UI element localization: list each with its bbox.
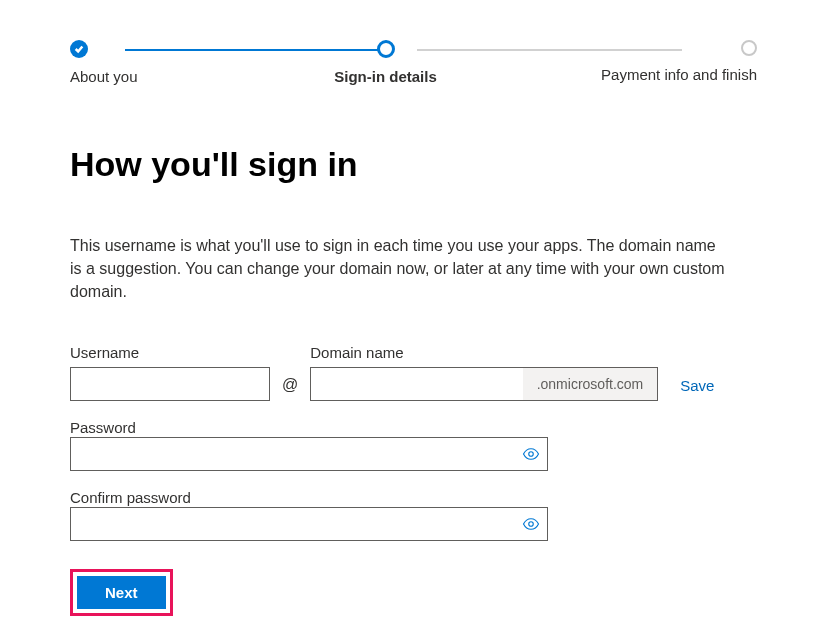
- confirm-password-label: Confirm password: [70, 489, 191, 506]
- step-about-you: About you: [70, 40, 170, 85]
- domain-input-wrap: .onmicrosoft.com: [310, 367, 658, 401]
- svg-point-0: [529, 451, 534, 456]
- confirm-password-field-group: Confirm password: [70, 489, 757, 541]
- circle-current-icon: [377, 40, 395, 58]
- step-signin-details: Sign-in details: [334, 40, 437, 85]
- username-field-group: Username: [70, 344, 270, 401]
- step-label: About you: [70, 68, 138, 85]
- password-field-group: Password: [70, 419, 757, 471]
- domain-label: Domain name: [310, 344, 658, 361]
- username-domain-row: Username @ Domain name .onmicrosoft.com …: [70, 344, 757, 401]
- step-label: Payment info and finish: [601, 66, 757, 83]
- eye-icon[interactable]: [522, 445, 540, 463]
- check-icon: [70, 40, 88, 58]
- username-input[interactable]: [70, 367, 270, 401]
- eye-icon[interactable]: [522, 515, 540, 533]
- step-label: Sign-in details: [334, 68, 437, 85]
- password-label: Password: [70, 419, 136, 436]
- step-payment-info: Payment info and finish: [601, 40, 757, 83]
- domain-field-group: Domain name .onmicrosoft.com: [310, 344, 658, 401]
- confirm-password-input-wrap: [70, 507, 548, 541]
- progress-stepper: About you Sign-in details Payment info a…: [70, 40, 757, 85]
- password-input[interactable]: [70, 437, 548, 471]
- page-title: How you'll sign in: [70, 145, 757, 184]
- next-button[interactable]: Next: [77, 576, 166, 609]
- svg-point-1: [529, 521, 534, 526]
- domain-input[interactable]: [311, 368, 522, 400]
- circle-upcoming-icon: [741, 40, 757, 56]
- username-label: Username: [70, 344, 270, 361]
- confirm-password-input[interactable]: [70, 507, 548, 541]
- password-input-wrap: [70, 437, 548, 471]
- domain-suffix: .onmicrosoft.com: [523, 368, 658, 400]
- page-description: This username is what you'll use to sign…: [70, 234, 730, 304]
- at-symbol: @: [282, 376, 298, 401]
- save-link[interactable]: Save: [680, 377, 714, 401]
- next-button-highlight: Next: [70, 569, 173, 616]
